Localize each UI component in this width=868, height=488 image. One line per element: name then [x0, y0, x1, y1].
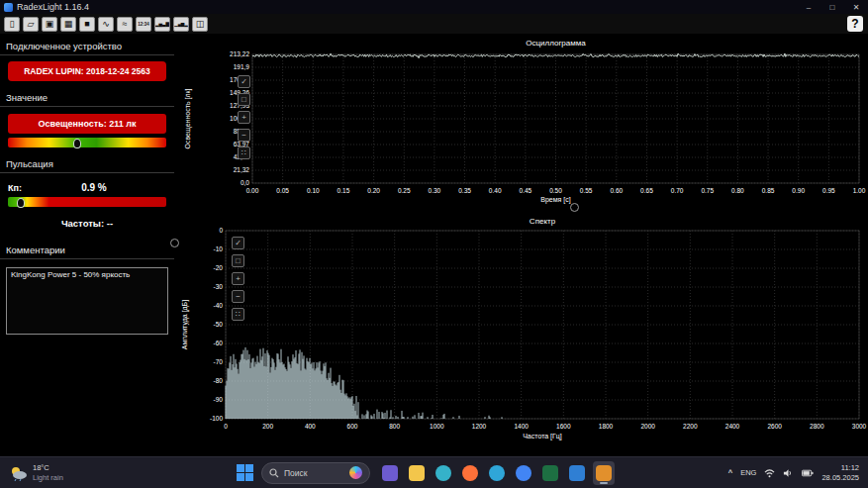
- zoom-box-button[interactable]: □: [238, 93, 250, 106]
- radexlight-window: RadexLight 1.16.4 – □ ✕ ▯▱▣▦■∿≈12:34▂▅▃▇…: [0, 0, 868, 488]
- display-mode-button[interactable]: ■: [79, 17, 95, 32]
- svg-text:-90: -90: [214, 396, 224, 403]
- pan-button[interactable]: ∷: [232, 308, 244, 321]
- zoom-out-button[interactable]: −: [238, 129, 250, 142]
- taskbar-app-firefox[interactable]: [459, 461, 481, 485]
- svg-text:0.30: 0.30: [429, 187, 441, 194]
- tray-time: 11:12: [821, 463, 859, 473]
- battery-icon[interactable]: [802, 469, 814, 477]
- volume-icon[interactable]: [783, 468, 794, 478]
- taskbar: 18°C Light rain Поиск ^ ENG: [0, 456, 868, 488]
- svg-text:1400: 1400: [514, 423, 529, 430]
- svg-text:0.35: 0.35: [458, 187, 471, 194]
- chart-tools: ✓□+−∷: [232, 237, 244, 321]
- zoom-in-button[interactable]: +: [238, 111, 250, 124]
- toolbar-buttons: ▯▱▣▦■∿≈12:34▂▅▃▇▁▄▆▂◫: [4, 17, 208, 32]
- wifi-icon[interactable]: [764, 468, 775, 478]
- kp-value: 0.9 %: [22, 182, 166, 193]
- radexlight-icon: [596, 465, 612, 481]
- svg-text:-60: -60: [214, 340, 224, 346]
- save-button[interactable]: ▣: [42, 17, 57, 32]
- svg-text:0: 0: [224, 423, 228, 430]
- svg-text:2200: 2200: [683, 423, 698, 430]
- hidden-icons-chevron[interactable]: ^: [728, 468, 732, 477]
- pan-button[interactable]: ∷: [238, 146, 250, 159]
- taskbar-app-telegram[interactable]: [486, 461, 508, 485]
- pulsation-slider-marker[interactable]: [17, 198, 25, 208]
- search-icon: [269, 468, 279, 478]
- pulsation-slider[interactable]: [8, 197, 166, 207]
- zoom-box-button[interactable]: □: [232, 254, 244, 267]
- zoom-in-button[interactable]: +: [232, 272, 244, 285]
- oscillogram-chart[interactable]: 0.000.050.100.150.200.250.300.350.400.45…: [174, 34, 868, 213]
- tray-date: 28.05.2025: [821, 473, 859, 483]
- maximize-button[interactable]: □: [820, 0, 844, 14]
- taskbar-app-vscode[interactable]: [566, 461, 588, 485]
- new-file-button[interactable]: ▯: [4, 17, 20, 32]
- sidebar-splitter-handle[interactable]: [170, 239, 179, 247]
- select-tool-button[interactable]: ✓: [238, 75, 250, 88]
- charts-splitter-handle[interactable]: [570, 203, 579, 212]
- illuminance-value: Освещенность: 211 лк: [8, 114, 166, 134]
- svg-text:1.00: 1.00: [853, 187, 866, 194]
- svg-text:0: 0: [219, 227, 223, 234]
- svg-text:-50: -50: [214, 321, 224, 328]
- taskbar-app-excel[interactable]: [539, 461, 561, 485]
- save-all-button[interactable]: ▦: [60, 17, 76, 32]
- svg-text:0.65: 0.65: [640, 187, 653, 194]
- clock[interactable]: 11:12 28.05.2025: [821, 463, 859, 483]
- svg-text:1200: 1200: [472, 423, 487, 430]
- taskbar-app-chrome[interactable]: [513, 461, 534, 485]
- excel-icon: [542, 465, 558, 481]
- svg-text:0,0: 0,0: [241, 179, 249, 186]
- window-controls: – □ ✕: [797, 0, 868, 14]
- svg-text:800: 800: [389, 423, 400, 430]
- svg-text:0.55: 0.55: [580, 187, 593, 194]
- close-button[interactable]: ✕: [844, 0, 868, 14]
- illuminance-slider[interactable]: [8, 138, 166, 147]
- svg-text:0.20: 0.20: [367, 187, 380, 194]
- chart-view-button[interactable]: ▁▄▆▂: [173, 17, 189, 32]
- svg-text:-20: -20: [214, 264, 224, 271]
- comments-header: Комментарии: [0, 238, 174, 259]
- device-button[interactable]: RADEX LUPIN: 2018-12-24 2563: [8, 61, 166, 81]
- time-display-button[interactable]: 12:34: [136, 17, 151, 32]
- help-button[interactable]: ?: [847, 16, 863, 32]
- svg-text:-80: -80: [214, 377, 224, 384]
- svg-text:-100: -100: [210, 415, 223, 422]
- taskbar-app-file-explorer[interactable]: [406, 461, 428, 485]
- illuminance-slider-marker[interactable]: [73, 139, 81, 148]
- svg-text:Частота [Гц]: Частота [Гц]: [523, 433, 562, 440]
- open-file-button[interactable]: ▱: [23, 17, 39, 32]
- layout-view-button[interactable]: ◫: [192, 17, 208, 32]
- select-tool-button[interactable]: ✓: [232, 237, 244, 249]
- firefox-icon: [462, 465, 478, 481]
- kp-row: Кп: 0.9 %: [8, 182, 166, 193]
- zoom-out-button[interactable]: −: [232, 290, 244, 303]
- window-title: RadexLight 1.16.4: [17, 2, 89, 12]
- search-highlights-icon[interactable]: [349, 466, 362, 479]
- weather-widget[interactable]: 18°C Light rain: [0, 457, 73, 488]
- pulse-view-button[interactable]: ≈: [117, 17, 133, 32]
- spectrum-chart[interactable]: 0200400600800100012001400160018002000220…: [174, 215, 868, 456]
- minimize-button[interactable]: –: [797, 0, 820, 14]
- svg-text:213,22: 213,22: [230, 50, 249, 57]
- titlebar: RadexLight 1.16.4 – □ ✕: [0, 0, 868, 14]
- svg-text:0.10: 0.10: [307, 187, 320, 194]
- taskbar-app-radexlight[interactable]: [593, 461, 615, 485]
- kp-label: Кп:: [8, 183, 22, 193]
- chart-area: 0.000.050.100.150.200.250.300.350.400.45…: [174, 34, 868, 456]
- svg-text:Время [с]: Время [с]: [540, 196, 570, 204]
- oscillogram-view-button[interactable]: ∿: [98, 17, 114, 32]
- taskbar-app-photos[interactable]: [379, 461, 401, 485]
- svg-text:-70: -70: [214, 358, 224, 365]
- taskbar-app-edge[interactable]: [433, 461, 454, 485]
- start-button[interactable]: [234, 462, 255, 484]
- comments-input[interactable]: KingKong Power 5 - 50% яркость: [6, 267, 168, 335]
- svg-text:0.75: 0.75: [701, 187, 714, 194]
- windows-logo-icon: [245, 473, 253, 481]
- search-box[interactable]: Поиск: [261, 462, 370, 484]
- histogram-view-button[interactable]: ▂▅▃▇: [154, 17, 170, 32]
- svg-text:1000: 1000: [430, 423, 444, 430]
- language-indicator[interactable]: ENG: [740, 468, 756, 477]
